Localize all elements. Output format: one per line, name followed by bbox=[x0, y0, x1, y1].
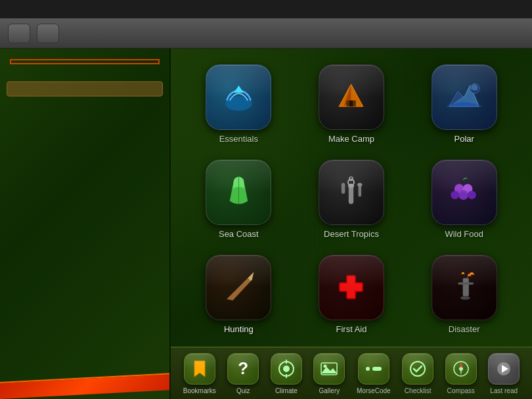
grid-icon-wildfood bbox=[432, 159, 497, 225]
book-cover bbox=[0, 49, 169, 76]
svg-marker-34 bbox=[321, 367, 337, 373]
svg-point-5 bbox=[470, 83, 480, 93]
svg-point-9 bbox=[348, 184, 354, 188]
toolbar-item-lastread[interactable]: Last read bbox=[488, 353, 520, 394]
toolbar-item-checklist[interactable]: Checklist bbox=[402, 353, 433, 394]
grid-item-wildfood[interactable]: Wild Food bbox=[409, 154, 519, 245]
svg-rect-36 bbox=[366, 367, 370, 371]
header-left-icons bbox=[8, 24, 59, 43]
toolbar-item-compass[interactable]: Compass bbox=[445, 353, 477, 394]
grid-item-deserttropics[interactable]: Desert Tropics bbox=[297, 154, 407, 245]
toolbar-icon-quiz: ? bbox=[227, 353, 259, 385]
main-content: EssentialsMake CampPolarSea CoastDesert … bbox=[0, 49, 532, 399]
toolbar: Bookmarks?QuizClimateGalleryMorseCodeChe… bbox=[171, 346, 532, 399]
toolbar-icon-climate bbox=[271, 353, 302, 385]
svg-point-10 bbox=[348, 180, 354, 186]
grid-icon-deserttropics bbox=[319, 159, 384, 225]
left-panel bbox=[0, 49, 171, 399]
svg-point-30 bbox=[283, 366, 290, 372]
svg-rect-26 bbox=[463, 278, 469, 297]
book-title-survival bbox=[10, 59, 160, 64]
toolbar-icon-checklist bbox=[402, 353, 433, 385]
toolbar-label-gallery: Gallery bbox=[319, 387, 340, 394]
extreme-line2 bbox=[10, 383, 160, 390]
search-button[interactable] bbox=[37, 24, 59, 43]
toolbar-label-checklist: Checklist bbox=[405, 387, 432, 394]
grid-label-polar: Polar bbox=[454, 134, 474, 144]
status-bar bbox=[0, 0, 532, 18]
svg-rect-7 bbox=[349, 186, 353, 205]
svg-rect-8 bbox=[342, 183, 345, 194]
toolbar-item-quiz[interactable]: ?Quiz bbox=[227, 353, 259, 394]
grid-label-wildfood: Wild Food bbox=[445, 229, 483, 239]
grid-icon-hunting bbox=[206, 255, 271, 320]
toolbar-item-climate[interactable]: Climate bbox=[271, 353, 302, 394]
toolbar-icon-bookmarks bbox=[184, 353, 215, 385]
svg-rect-25 bbox=[340, 284, 362, 291]
grid-label-firstaid: First Aid bbox=[336, 324, 367, 334]
grid-icon-firstaid bbox=[319, 255, 384, 320]
info-button[interactable] bbox=[8, 24, 30, 43]
svg-point-20 bbox=[451, 191, 459, 200]
warning-section bbox=[7, 81, 163, 96]
grid-item-hunting[interactable]: Hunting bbox=[184, 248, 294, 340]
grid-icon-polar bbox=[432, 64, 497, 130]
toolbar-item-morsecode[interactable]: MorseCode bbox=[357, 353, 391, 394]
grid-label-makecamp: Make Camp bbox=[328, 134, 374, 144]
app-header bbox=[0, 18, 532, 49]
extreme-line1 bbox=[10, 383, 160, 390]
toolbar-label-morsecode: MorseCode bbox=[357, 387, 391, 394]
grid-label-seacoast: Sea Coast bbox=[219, 229, 259, 239]
grid-label-hunting: Hunting bbox=[224, 324, 254, 334]
toolbar-item-bookmarks[interactable]: Bookmarks bbox=[183, 353, 216, 394]
toolbar-label-lastread: Last read bbox=[490, 387, 518, 394]
svg-point-21 bbox=[468, 191, 476, 200]
toolbar-icon-gallery bbox=[313, 353, 345, 385]
icon-grid: EssentialsMake CampPolarSea CoastDesert … bbox=[171, 49, 532, 346]
svg-point-11 bbox=[349, 177, 353, 181]
grid-icon-disaster bbox=[432, 255, 497, 320]
grid-icon-essentials bbox=[206, 64, 271, 130]
toolbar-label-bookmarks: Bookmarks bbox=[183, 387, 216, 394]
grid-icon-makecamp bbox=[319, 64, 384, 130]
svg-point-19 bbox=[458, 190, 468, 200]
toolbar-icon-morsecode bbox=[358, 353, 389, 385]
svg-point-0 bbox=[225, 96, 252, 110]
toolbar-icon-lastread bbox=[488, 353, 520, 385]
grid-item-makecamp[interactable]: Make Camp bbox=[297, 58, 407, 150]
svg-point-38 bbox=[410, 362, 425, 376]
grid-item-disaster[interactable]: Disaster bbox=[409, 248, 519, 340]
toolbar-label-compass: Compass bbox=[447, 387, 475, 394]
toolbar-label-quiz: Quiz bbox=[236, 387, 250, 394]
svg-marker-41 bbox=[460, 362, 462, 368]
grid-label-essentials: Essentials bbox=[219, 134, 258, 144]
svg-point-40 bbox=[459, 367, 463, 371]
svg-rect-37 bbox=[372, 367, 382, 371]
svg-point-13 bbox=[358, 183, 363, 187]
grid-item-polar[interactable]: Polar bbox=[409, 58, 519, 150]
svg-point-28 bbox=[460, 296, 470, 300]
svg-point-35 bbox=[324, 364, 327, 368]
svg-rect-4 bbox=[349, 100, 353, 106]
extreme-banner bbox=[0, 373, 169, 399]
toolbar-icon-compass bbox=[445, 353, 477, 385]
svg-rect-12 bbox=[359, 185, 362, 197]
svg-rect-27 bbox=[458, 282, 474, 285]
grid-item-firstaid[interactable]: First Aid bbox=[297, 248, 407, 340]
grid-item-essentials[interactable]: Essentials bbox=[184, 58, 294, 150]
right-panel: EssentialsMake CampPolarSea CoastDesert … bbox=[171, 49, 532, 399]
toolbar-label-climate: Climate bbox=[275, 387, 298, 394]
toolbar-item-gallery[interactable]: Gallery bbox=[313, 353, 345, 394]
grid-label-disaster: Disaster bbox=[449, 324, 480, 334]
grid-icon-seacoast bbox=[206, 159, 271, 225]
grid-label-deserttropics: Desert Tropics bbox=[324, 229, 379, 239]
grid-item-seacoast[interactable]: Sea Coast bbox=[184, 154, 294, 245]
